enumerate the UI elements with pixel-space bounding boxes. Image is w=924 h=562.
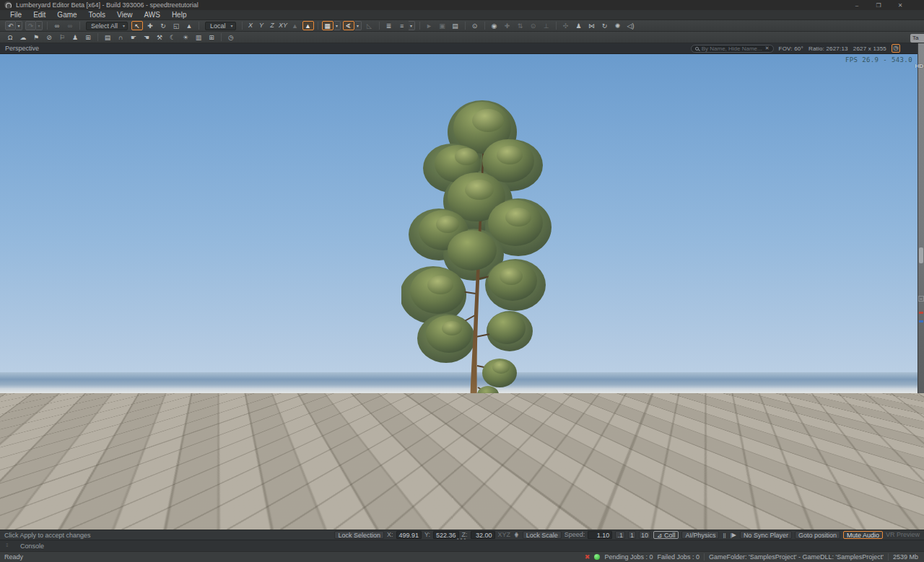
collapsed-panel-tab[interactable]: Ta (910, 34, 924, 43)
physics-add-icon[interactable]: ✚ (502, 21, 513, 30)
terrain-tool-icon[interactable]: ☚ (141, 32, 152, 42)
selection-mask-dropdown[interactable]: Select All (86, 22, 128, 30)
unlink-icon[interactable]: ∞ (64, 21, 76, 30)
menu-item-edit[interactable]: Edit (27, 11, 51, 19)
strip-collapse-icon[interactable]: − (918, 296, 924, 302)
reload-script-icon[interactable]: ↻ (599, 21, 611, 30)
viewport-search-input[interactable]: By Name, Hide Name... ✕ (691, 45, 774, 53)
time-of-day-icon[interactable]: ☾ (167, 32, 178, 42)
move-tool-icon[interactable]: ✚ (144, 21, 156, 30)
database-view-icon[interactable]: ⊞ (82, 32, 94, 42)
goggles-icon[interactable]: ⊙ (469, 21, 481, 30)
audio-controls-icon[interactable]: ∩ (115, 32, 126, 42)
x-coordinate-field[interactable]: 499.91 (396, 531, 422, 539)
undo-icon[interactable]: ↶ (5, 21, 16, 30)
constrain-xy-button[interactable]: XY (278, 21, 289, 30)
cloud-canvas-icon[interactable]: ☁ (17, 32, 29, 42)
link-icon[interactable]: ∞ (51, 21, 63, 30)
viewport-title[interactable]: Perspective (5, 45, 39, 52)
goto-position-button[interactable]: Goto position (795, 531, 840, 539)
audio-mute-icon[interactable]: ◁) (625, 21, 637, 30)
ai-debug-icon[interactable]: ♟ (573, 21, 585, 30)
named-selection-icon[interactable]: ≣ (383, 21, 395, 30)
list-options-caret[interactable]: ▾ (409, 21, 415, 30)
xyz-constraint-toggle[interactable]: XYZ (498, 531, 511, 539)
resolution-value[interactable]: 2627 x 1355 (853, 45, 886, 52)
menu-item-help[interactable]: Help (166, 11, 193, 19)
freeze-selection-icon[interactable]: ▣ (437, 21, 448, 30)
menu-item-tools[interactable]: Tools (83, 11, 111, 19)
grid-reference-toggle[interactable]: ⋕ (513, 531, 520, 539)
tree-entity[interactable] (401, 99, 557, 447)
physics-sync-icon[interactable]: ⇅ (515, 21, 526, 30)
deployment-icon[interactable]: ⊘ (43, 32, 55, 42)
ratio-value[interactable]: Ratio: 2627:13 (808, 45, 848, 52)
restore-button[interactable]: ❒ (875, 2, 882, 9)
terrain-texture-icon[interactable]: ⚒ (154, 32, 165, 42)
close-button[interactable]: ✕ (897, 2, 904, 9)
pause-icon[interactable]: || (722, 531, 726, 539)
perspective-viewport[interactable]: FPS 26.9 - 543.0 HD (0, 54, 924, 530)
vr-preview-button[interactable]: VR Preview (886, 531, 920, 539)
asset-processor-status-icon[interactable] (594, 554, 600, 560)
hourglass-icon[interactable]: ⋈ (586, 21, 598, 30)
physics-ground-icon[interactable]: ⊥ (541, 21, 552, 30)
rollup-panel-strip[interactable]: − (918, 43, 924, 530)
constrain-y-button[interactable]: Y (256, 21, 267, 30)
character-tool-icon[interactable]: ♟ (69, 32, 81, 42)
redo-history-caret[interactable]: ▾ (36, 21, 43, 30)
speed-preset-1-button[interactable]: 1 (628, 531, 636, 539)
pointer-icon[interactable]: ► (424, 21, 435, 30)
grid-snap-caret[interactable]: ▾ (334, 21, 341, 30)
strip-drag-handle[interactable] (919, 247, 923, 263)
collision-toggle-button[interactable]: ⊿ Coll (653, 531, 679, 539)
rotate-tool-icon[interactable]: ↻ (157, 21, 169, 30)
ruler-icon[interactable]: ◺ (364, 21, 375, 30)
ui-editor-icon[interactable]: ⊞ (206, 32, 217, 42)
ai-physics-button[interactable]: AI/Physics (681, 531, 719, 539)
menu-item-game[interactable]: Game (51, 11, 82, 19)
move-simulation-icon[interactable]: ✣ (560, 21, 572, 30)
speed-field[interactable]: 1.10 (588, 531, 612, 539)
redo-icon[interactable]: ↷ (25, 21, 36, 30)
simulate-physics-icon[interactable]: ◉ (489, 21, 500, 30)
speed-preset-10-button[interactable]: 10 (639, 531, 650, 539)
mute-audio-button[interactable]: Mute Audio (843, 531, 883, 539)
sun-trajectory-icon[interactable]: ☀ (180, 32, 191, 42)
search-clear-icon[interactable]: ✕ (765, 45, 770, 51)
console-splitter-handle[interactable]: ••• (442, 536, 482, 542)
lock-selection-button[interactable]: Lock Selection (334, 531, 384, 539)
particles-icon[interactable]: ✺ (612, 21, 624, 30)
select-terrain-icon[interactable]: ▲ (183, 21, 195, 30)
menu-item-file[interactable]: File (4, 11, 27, 19)
constrain-z-button[interactable]: Z (267, 21, 278, 30)
physics-reset-icon[interactable]: ⊙ (528, 21, 539, 30)
flag-icon[interactable]: ⚑ (30, 32, 42, 42)
undo-history-caret[interactable]: ▾ (16, 21, 22, 30)
lock-scale-button[interactable]: Lock Scale (523, 531, 562, 539)
step-icon[interactable]: |▶ (730, 531, 737, 539)
flow-graph-icon[interactable]: ⚐ (56, 32, 68, 42)
snap-to-terrain-icon[interactable]: ▲ (302, 21, 314, 30)
select-tool-icon[interactable]: ↖ (131, 21, 143, 30)
asset-processor-error-icon[interactable]: ✖ (585, 553, 590, 561)
scale-tool-icon[interactable]: ◱ (170, 21, 182, 30)
fov-value[interactable]: FOV: 60° (779, 45, 803, 52)
angle-snap-icon[interactable]: ∢ (343, 21, 354, 30)
grid-snap-icon[interactable]: ▦ (322, 21, 334, 30)
viewport-clock-icon[interactable]: ◷ (892, 44, 900, 53)
no-sync-player-button[interactable]: No Sync Player (740, 531, 792, 539)
object-list-icon[interactable]: ≡ (396, 21, 408, 30)
measurement-icon[interactable]: Ω (4, 32, 16, 42)
folder-icon[interactable]: ▤ (450, 21, 461, 30)
material-editor-icon[interactable]: ▥ (193, 32, 204, 42)
angle-snap-caret[interactable]: ▾ (355, 21, 362, 30)
speed-preset-0-1-button[interactable]: .1 (615, 531, 625, 539)
track-view-icon[interactable]: ▤ (102, 32, 113, 42)
minimize-button[interactable]: – (853, 2, 860, 9)
menu-item-aws[interactable]: AWS (138, 11, 165, 19)
constrain-x-button[interactable]: X (245, 21, 256, 30)
clock-icon[interactable]: ◷ (225, 32, 237, 42)
menu-item-view[interactable]: View (111, 11, 139, 19)
coordinate-system-dropdown[interactable]: Local (205, 22, 236, 30)
